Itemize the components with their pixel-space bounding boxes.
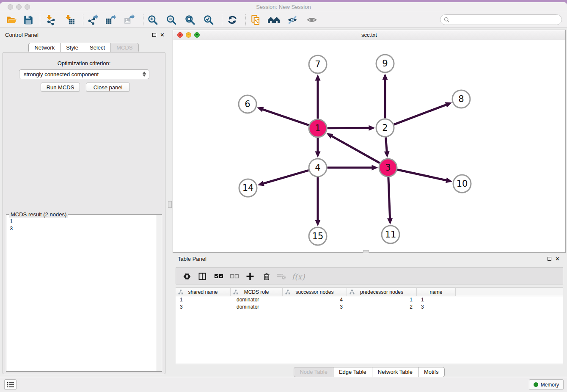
svg-text:4: 4 <box>315 163 320 173</box>
graph-node[interactable]: 10 <box>453 175 471 193</box>
cell-name: 3 <box>417 304 456 311</box>
table-row[interactable]: 1 dominator 4 1 1 <box>176 296 563 304</box>
network-canvas[interactable]: 1234678910111415 <box>173 40 565 252</box>
app-window: Session: New Session <box>0 2 567 392</box>
close-panel-icon[interactable]: ✕ <box>160 32 165 38</box>
graph-edge[interactable] <box>384 137 390 157</box>
mcds-result-box: MCDS result (2 nodes) 1 3 <box>6 214 162 372</box>
graph-node[interactable]: 4 <box>309 159 327 177</box>
svg-text:3: 3 <box>385 163 391 173</box>
svg-text:10: 10 <box>457 179 468 189</box>
zoom-in-icon[interactable] <box>146 14 159 26</box>
graph-edge[interactable] <box>394 102 452 125</box>
graph-edge[interactable] <box>328 165 378 171</box>
float-panel-icon[interactable] <box>152 33 156 37</box>
graph-edge[interactable] <box>397 170 452 183</box>
cell-mcds-role: dominator <box>231 296 283 304</box>
tab-motifs[interactable]: Motifs <box>418 367 445 377</box>
tab-edge-table[interactable]: Edge Table <box>333 367 372 377</box>
control-panel-title: Control Panel <box>5 32 39 38</box>
graph-edge[interactable] <box>315 138 321 158</box>
svg-text:2: 2 <box>382 123 388 133</box>
export-network-icon[interactable] <box>86 14 99 26</box>
toolbar-separator <box>222 14 222 25</box>
table-close-icon[interactable]: ✕ <box>555 256 560 262</box>
deselect-all-columns-icon[interactable] <box>229 271 240 282</box>
graph-node[interactable]: 8 <box>452 90 470 108</box>
zoom-fit-icon[interactable] <box>184 14 196 26</box>
home-neighbors-icon[interactable] <box>267 14 280 26</box>
export-image-icon[interactable] <box>123 14 135 26</box>
save-session-icon[interactable] <box>22 14 35 26</box>
export-table-icon[interactable] <box>104 14 117 26</box>
column-header-successor-nodes[interactable]: successor nodes <box>283 288 347 296</box>
graph-edge[interactable] <box>327 133 380 163</box>
run-mcds-button[interactable]: Run MCDS <box>41 83 80 92</box>
node-table: shared name MCDS role successor nodes pr… <box>176 287 563 364</box>
add-column-icon[interactable] <box>245 271 256 282</box>
open-file-icon[interactable] <box>5 14 18 26</box>
zoom-selected-icon[interactable] <box>202 14 215 26</box>
close-panel-button[interactable]: Close panel <box>86 83 130 92</box>
control-panel-header: Control Panel ✕ <box>0 31 167 40</box>
tab-network-table[interactable]: Network Table <box>372 367 418 377</box>
column-header-predecessor-nodes[interactable]: predecessor nodes <box>347 288 417 296</box>
split-handle-horizontal[interactable] <box>363 250 369 253</box>
graph-node[interactable]: 15 <box>309 227 327 245</box>
graph-node[interactable]: 9 <box>376 55 394 72</box>
show-graphics-details-icon[interactable] <box>306 14 318 26</box>
svg-text:11: 11 <box>385 229 396 240</box>
svg-text:9: 9 <box>382 58 388 69</box>
graph-edge[interactable] <box>258 170 309 186</box>
graph-node[interactable]: 6 <box>239 95 256 113</box>
tab-network[interactable]: Network <box>28 43 61 53</box>
cell-successor-nodes: 3 <box>283 304 347 311</box>
graph-edge[interactable] <box>327 125 375 131</box>
delete-column-icon[interactable] <box>261 271 272 282</box>
tab-mcds[interactable]: MCDS <box>110 43 138 53</box>
refresh-icon[interactable] <box>226 14 239 26</box>
search-input[interactable] <box>450 16 558 23</box>
tab-select[interactable]: Select <box>84 43 111 53</box>
graph-node[interactable]: 11 <box>382 226 399 243</box>
graph-edge[interactable] <box>315 177 321 226</box>
graph-edge[interactable] <box>387 177 393 224</box>
tab-node-table[interactable]: Node Table <box>294 367 333 377</box>
import-network-icon[interactable] <box>44 14 57 26</box>
memory-button[interactable]: Memory <box>529 379 564 390</box>
column-header-mcds-role[interactable]: MCDS role <box>231 288 283 296</box>
graph-edge[interactable] <box>383 74 388 119</box>
mcds-result-text[interactable]: 1 3 <box>6 216 157 371</box>
result-scrollbar[interactable] <box>157 215 161 371</box>
table-settings-icon[interactable] <box>182 271 193 282</box>
table-tabs: Node Table Edge Table Network Table Moti… <box>173 367 566 377</box>
network-window-titlebar: × − + scc.txt <box>173 30 565 40</box>
graph-node[interactable]: 3 <box>379 159 397 177</box>
hide-selected-icon[interactable] <box>286 14 299 26</box>
graph-node[interactable]: 7 <box>309 55 327 73</box>
graph-edge[interactable] <box>315 75 321 119</box>
table-row[interactable]: 3 dominator 3 2 3 <box>176 304 563 311</box>
graph-node[interactable]: 1 <box>309 119 327 137</box>
graph-node[interactable]: 2 <box>376 119 394 137</box>
optimization-criterion-select[interactable]: strongly connected component <box>19 69 149 79</box>
split-handle-vertical[interactable] <box>168 201 172 208</box>
svg-text:8: 8 <box>458 94 464 104</box>
window-title: Session: New Session <box>0 2 567 12</box>
control-panel-tabs: Network Style Select MCDS <box>0 43 167 53</box>
task-history-button[interactable] <box>4 379 17 390</box>
fx-label: f(x) <box>292 272 305 281</box>
graph-edge[interactable] <box>257 107 308 125</box>
import-table-icon[interactable] <box>63 14 76 26</box>
column-header-shared-name[interactable]: shared name <box>176 288 231 296</box>
graph-node[interactable]: 14 <box>239 179 257 197</box>
select-all-columns-icon[interactable] <box>213 271 224 282</box>
table-float-icon[interactable] <box>548 257 551 261</box>
svg-text:1: 1 <box>315 123 320 133</box>
clone-network-icon[interactable] <box>250 14 262 26</box>
zoom-out-icon[interactable] <box>165 14 178 26</box>
tab-style[interactable]: Style <box>60 43 84 53</box>
svg-text:15: 15 <box>312 231 324 241</box>
column-layout-icon[interactable] <box>197 271 208 282</box>
column-header-name[interactable]: name <box>417 288 456 296</box>
